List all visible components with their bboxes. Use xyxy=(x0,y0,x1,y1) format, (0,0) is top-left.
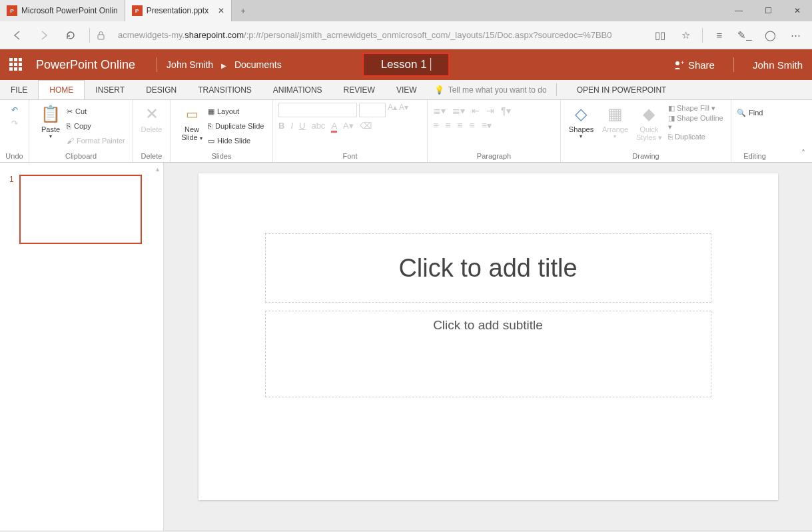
chevron-right-icon: ▶ xyxy=(221,62,226,69)
subtitle-placeholder[interactable]: Click to add subtitle xyxy=(265,311,711,397)
font-size-select[interactable] xyxy=(359,103,386,117)
hide-slide-button[interactable]: ▭Hide Slide xyxy=(208,133,264,148)
close-button[interactable]: ✕ xyxy=(783,0,812,21)
user-name[interactable]: John Smith xyxy=(753,59,803,71)
thumb-number: 1 xyxy=(9,175,14,244)
duplicate-button[interactable]: ⎘ Duplicate xyxy=(668,133,725,141)
search-icon: 🔍 xyxy=(737,109,746,117)
app-header: PowerPoint Online John Smith ▶ Documents… xyxy=(0,49,812,80)
shape-outline-button[interactable]: ◨ Shape Outline ▾ xyxy=(668,114,725,131)
hub-icon[interactable]: ≡ xyxy=(708,29,731,41)
tab-transitions[interactable]: TRANSITIONS xyxy=(187,80,262,99)
duplicate-slide-button[interactable]: ⎘Duplicate Slide xyxy=(208,119,264,133)
tab-insert[interactable]: INSERT xyxy=(85,80,135,99)
bold-button[interactable]: B xyxy=(278,121,284,133)
undo-button[interactable]: ↶ xyxy=(11,105,18,115)
cut-button[interactable]: ✂Cut xyxy=(67,104,125,119)
shape-fill-button[interactable]: ◧ Shape Fill ▾ xyxy=(668,104,725,113)
share-button[interactable]: + Share xyxy=(673,59,715,71)
group-delete-label: Delete xyxy=(139,152,165,162)
clear-format-button[interactable]: ⌫ xyxy=(360,121,372,133)
browser-toolbar: acmewidgets-my.sharepoint.com/:p:/r/pers… xyxy=(0,21,812,49)
slide-thumbnail-1[interactable] xyxy=(19,175,142,244)
text-direction-button[interactable]: ¶▾ xyxy=(501,105,511,116)
tell-me-search[interactable]: 💡 Tell me what you want to do xyxy=(434,80,547,99)
arrange-button[interactable]: ▦ Arrange▾ xyxy=(600,103,630,139)
title-placeholder[interactable]: Click to add title xyxy=(265,233,711,303)
increase-indent-button[interactable]: ⇥ xyxy=(486,105,494,116)
align-right-button[interactable]: ≡ xyxy=(457,120,462,131)
grow-font-button[interactable]: A▴ xyxy=(388,103,397,117)
delete-button[interactable]: ✕ Delete xyxy=(139,103,165,133)
scroll-up-icon[interactable]: ▴ xyxy=(156,165,159,173)
favorite-icon[interactable]: ☆ xyxy=(674,29,697,41)
group-clipboard-label: Clipboard xyxy=(35,152,127,162)
new-slide-button[interactable]: ▭ New Slide ▾ xyxy=(176,103,208,141)
layout-button[interactable]: ▦Layout xyxy=(208,104,264,119)
brush-icon: 🖌 xyxy=(67,137,74,145)
line-spacing-button[interactable]: ≡▾ xyxy=(482,120,492,131)
new-slide-icon: ▭ xyxy=(186,103,199,125)
justify-button[interactable]: ≡ xyxy=(470,120,475,131)
highlight-button[interactable]: A▾ xyxy=(343,121,354,133)
format-painter-button[interactable]: 🖌Format Painter xyxy=(67,133,125,148)
decrease-indent-button[interactable]: ⇤ xyxy=(472,105,480,116)
tab-label: Presentation.pptx xyxy=(147,6,208,15)
slide-thumbnails-panel: ▴ 1 xyxy=(0,163,164,531)
shrink-font-button[interactable]: A▾ xyxy=(399,103,408,117)
font-family-select[interactable] xyxy=(278,103,357,117)
workspace: ▴ 1 Click to add title Click to add subt… xyxy=(0,163,812,531)
paste-button[interactable]: 📋 Paste▾ xyxy=(35,103,67,139)
numbering-button[interactable]: ≣▾ xyxy=(452,105,465,116)
reading-view-icon[interactable]: ▯▯ xyxy=(649,29,671,41)
find-button[interactable]: 🔍Find xyxy=(737,105,763,120)
lock-icon xyxy=(97,31,115,40)
tab-close-icon[interactable]: ✕ xyxy=(218,6,224,15)
group-undo-label: Undo xyxy=(5,152,23,162)
strike-button[interactable]: abc xyxy=(311,121,325,133)
browser-tab-inactive[interactable]: P Microsoft PowerPoint Onlin xyxy=(0,0,125,21)
forward-button[interactable] xyxy=(32,25,56,45)
group-font-label: Font xyxy=(278,152,422,162)
browser-tab-active[interactable]: P Presentation.pptx ✕ xyxy=(125,0,232,21)
tab-review[interactable]: REVIEW xyxy=(333,80,386,99)
app-launcher-icon[interactable] xyxy=(9,58,23,71)
breadcrumb-folder[interactable]: Documents xyxy=(234,59,282,70)
refresh-button[interactable] xyxy=(59,25,83,45)
tab-home[interactable]: HOME xyxy=(38,80,85,99)
minimize-button[interactable]: — xyxy=(724,0,753,21)
svg-point-1 xyxy=(675,61,679,65)
bullets-button[interactable]: ≣▾ xyxy=(433,105,446,116)
tab-file[interactable]: FILE xyxy=(0,80,38,99)
file-title-input[interactable]: Lesson 1 xyxy=(362,53,450,77)
new-tab-button[interactable]: ＋ xyxy=(232,0,254,21)
powerpoint-icon: P xyxy=(7,5,17,16)
clipboard-icon: 📋 xyxy=(41,103,61,125)
window-controls: — ☐ ✕ xyxy=(724,0,812,21)
underline-button[interactable]: U xyxy=(299,121,305,133)
cortana-icon[interactable]: ◯ xyxy=(759,29,781,41)
shapes-button[interactable]: ◇ Shapes▾ xyxy=(566,103,596,139)
maximize-button[interactable]: ☐ xyxy=(753,0,783,21)
tab-view[interactable]: VIEW xyxy=(386,80,428,99)
more-icon[interactable]: ⋯ xyxy=(784,29,807,41)
app-name[interactable]: PowerPoint Online xyxy=(36,58,135,72)
slide[interactable]: Click to add title Click to add subtitle xyxy=(199,173,778,500)
align-left-button[interactable]: ≡ xyxy=(433,120,438,131)
tab-design[interactable]: DESIGN xyxy=(135,80,187,99)
redo-button[interactable]: ↷ xyxy=(11,119,18,128)
copy-button[interactable]: ⎘Copy xyxy=(67,119,125,133)
back-button[interactable] xyxy=(5,25,29,45)
address-bar[interactable]: acmewidgets-my.sharepoint.com/:p:/r/pers… xyxy=(118,30,646,40)
quick-styles-button[interactable]: ◆ Quick Styles ▾ xyxy=(634,103,664,142)
lightbulb-icon: 💡 xyxy=(434,85,444,95)
collapse-ribbon-button[interactable]: ˄ xyxy=(801,149,805,158)
group-editing-label: Editing xyxy=(737,152,773,162)
open-in-powerpoint[interactable]: OPEN IN POWERPOINT xyxy=(566,80,677,99)
breadcrumb-user[interactable]: John Smith xyxy=(167,59,213,70)
align-center-button[interactable]: ≡ xyxy=(445,120,450,131)
italic-button[interactable]: I xyxy=(290,121,293,133)
tab-animations[interactable]: ANIMATIONS xyxy=(262,80,333,99)
font-color-button[interactable]: A xyxy=(331,121,337,133)
notes-icon[interactable]: ✎_ xyxy=(733,29,756,41)
